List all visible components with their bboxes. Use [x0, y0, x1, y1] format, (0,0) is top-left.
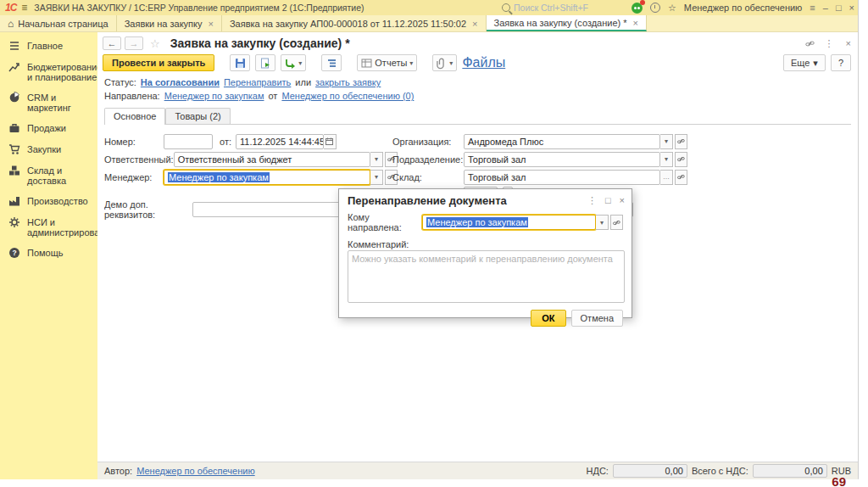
dropdown-icon[interactable]: ▾	[660, 134, 673, 149]
choose-ellipsis-icon[interactable]: …	[660, 170, 673, 185]
dialog-comment-input[interactable]	[348, 250, 625, 303]
home-icon: ⌂	[8, 18, 14, 30]
redirect-dialog: Перенаправление документа ⋮ □ × Кому нап…	[338, 188, 632, 318]
back-button[interactable]: ←	[103, 36, 121, 50]
dialog-title: Перенаправление документа	[348, 194, 507, 207]
manager-label: Менеджер:	[104, 172, 164, 182]
status-value-link[interactable]: На согласовании	[141, 77, 220, 87]
get-link-icon[interactable]	[805, 38, 813, 48]
tab-request-new[interactable]: Заявка на закупку (создание) * ×	[487, 15, 647, 31]
favorite-star-icon[interactable]: ☆	[150, 37, 160, 50]
sidebar-label: CRM и маркетинг	[27, 92, 94, 113]
responsible-row: Ответственный: Ответственный за бюджет ▾	[104, 151, 398, 167]
post-document-button[interactable]	[255, 54, 275, 71]
ok-button[interactable]: ОК	[531, 310, 565, 327]
tab-home[interactable]: ⌂ Начальная страница	[0, 15, 117, 31]
sidebar-item-sales[interactable]: Продажи	[0, 118, 97, 139]
selected-text: Менеджер по закупкам	[168, 172, 270, 182]
chart-trend-icon	[8, 61, 20, 73]
help-button[interactable]: ?	[831, 54, 851, 71]
post-and-close-button[interactable]: Провести и закрыть	[103, 54, 214, 71]
open-link-icon[interactable]	[675, 170, 687, 185]
selected-text: Менеджер по закупкам	[426, 217, 528, 227]
boxes-icon	[8, 165, 20, 176]
slide-page-number: 69	[832, 474, 846, 487]
sidebar-label: Бюджетирование и планирование	[27, 62, 97, 82]
close-tab-icon[interactable]: ×	[209, 19, 214, 29]
close-request-link[interactable]: закрыть заявку	[315, 77, 381, 87]
sidebar-item-administration[interactable]: НСИ и администрирование	[0, 212, 97, 243]
number-row: Номер: от: 11.12.2025 14:44:45	[104, 133, 398, 149]
forward-button[interactable]: →	[125, 36, 143, 50]
redirect-link[interactable]: Перенаправить	[224, 77, 291, 87]
more-button[interactable]: Еще▾	[783, 54, 826, 71]
sidebar-item-main[interactable]: Главное	[0, 36, 97, 57]
organization-input[interactable]: Андромеда Плюс	[464, 134, 660, 149]
number-input[interactable]	[164, 134, 213, 149]
directed-from-link[interactable]: Менеджер по обеспечению (0)	[281, 91, 414, 101]
date-label: от:	[220, 137, 231, 147]
open-link-icon[interactable]	[610, 215, 623, 230]
author-link[interactable]: Менеджер по обеспечению	[136, 466, 255, 476]
tab-request-existing[interactable]: Заявка на закупку АП00-000018 от 11.12.2…	[222, 15, 487, 31]
save-button[interactable]	[230, 54, 250, 71]
form-page-tabs: Основное Товары (2)	[97, 103, 858, 124]
sidebar-item-budgeting[interactable]: Бюджетирование и планирование	[0, 57, 97, 87]
vat-label: НДС:	[587, 466, 609, 476]
close-form-icon[interactable]: ×	[846, 38, 851, 48]
cancel-button[interactable]: Отмена	[571, 310, 623, 327]
dialog-to-input[interactable]: Менеджер по закупкам	[422, 215, 596, 230]
dropdown-icon[interactable]: ▾	[660, 152, 673, 167]
window-controls: ☆ Менеджер по обеспечению ≡ – □ ×	[632, 0, 854, 15]
dialog-maximize-icon[interactable]: □	[605, 195, 611, 206]
sidebar-label: Продажи	[27, 123, 66, 133]
open-link-icon[interactable]	[675, 152, 687, 167]
maximize-button[interactable]: □	[836, 3, 842, 13]
current-user[interactable]: Менеджер по обеспечению	[684, 3, 803, 13]
dialog-close-icon[interactable]: ×	[620, 195, 625, 206]
minimize-button[interactable]: –	[823, 3, 828, 13]
sidebar-item-purchases[interactable]: Закупки	[0, 139, 97, 160]
notification-badge	[640, 0, 645, 5]
reports-button[interactable]: Отчеты▾	[357, 54, 417, 71]
close-window-button[interactable]: ×	[849, 3, 854, 13]
discussions-icon[interactable]	[632, 3, 643, 14]
history-icon[interactable]	[650, 3, 660, 13]
sidebar-item-help[interactable]: ? Помощь	[0, 243, 97, 264]
dialog-menu-icon[interactable]: ⋮	[587, 195, 597, 206]
directed-to-link[interactable]: Менеджер по закупкам	[164, 91, 264, 101]
document-structure-button[interactable]	[321, 54, 342, 71]
date-input[interactable]: 11.12.2025 14:44:45	[236, 134, 324, 149]
reports-label: Отчеты	[375, 58, 407, 68]
open-link-icon[interactable]	[675, 134, 687, 149]
warehouse-input[interactable]: Торговый зал	[464, 170, 660, 185]
create-based-on-button[interactable]: ▾	[281, 54, 306, 71]
more-dots-icon[interactable]: ⋮	[825, 38, 834, 49]
files-link[interactable]: Файлы	[462, 55, 505, 70]
chevron-down-icon: ▾	[449, 59, 453, 67]
division-input[interactable]: Торговый зал	[464, 152, 660, 167]
search-icon	[502, 3, 510, 12]
sidebar-item-crm[interactable]: CRM и маркетинг	[0, 87, 97, 118]
responsible-input[interactable]: Ответственный за бюджет	[174, 152, 370, 167]
status-line: Статус: На согласовании Перенаправить ил…	[97, 76, 858, 89]
gear-icon	[8, 216, 20, 228]
dropdown-icon[interactable]: ▾	[370, 152, 383, 167]
main-menu-icon[interactable]: ≡	[21, 2, 27, 14]
favorites-icon[interactable]: ☆	[668, 3, 676, 14]
directed-label: Направлена:	[104, 91, 160, 101]
attachments-button[interactable]: ▾	[432, 54, 457, 71]
manager-input[interactable]: Менеджер по закупкам	[164, 170, 370, 185]
dropdown-icon[interactable]: ▾	[596, 215, 609, 230]
calendar-icon[interactable]	[324, 134, 337, 149]
dropdown-icon[interactable]: ▾	[370, 170, 383, 185]
global-search[interactable]: Поиск Ctrl+Shift+F	[502, 1, 588, 14]
tab-goods-page[interactable]: Товары (2)	[165, 108, 230, 124]
tab-main-page[interactable]: Основное	[104, 108, 165, 125]
sidebar-item-production[interactable]: Производство	[0, 191, 97, 212]
close-tab-icon[interactable]: ×	[633, 18, 638, 28]
close-tab-icon[interactable]: ×	[472, 19, 477, 29]
settings-icon[interactable]: ≡	[810, 3, 815, 13]
tab-requests-list[interactable]: Заявки на закупку ×	[117, 15, 222, 31]
sidebar-item-warehouse[interactable]: Склад и доставка	[0, 160, 97, 191]
